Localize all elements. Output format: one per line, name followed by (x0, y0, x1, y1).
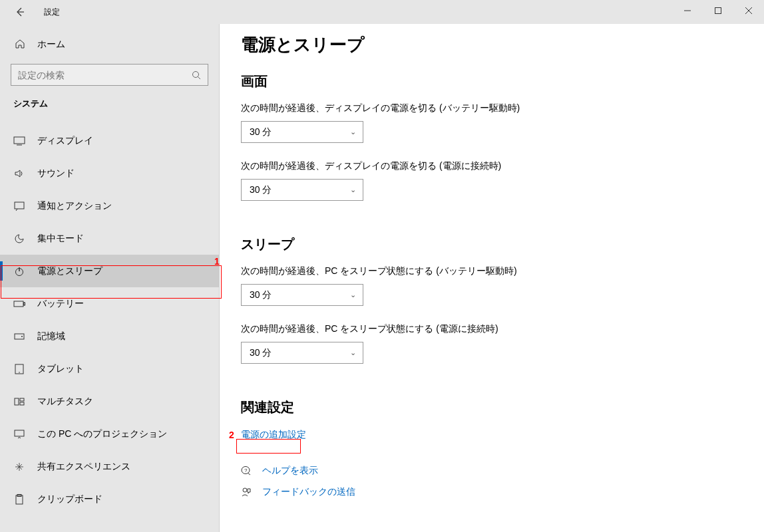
annotation-number-1: 1 (214, 256, 220, 267)
svg-rect-20 (15, 430, 24, 436)
svg-rect-17 (15, 398, 19, 405)
select-value: 30 分 (250, 184, 272, 196)
chevron-down-icon: ⌄ (350, 348, 356, 357)
sidebar-item-label: 集中モード (37, 233, 84, 245)
sleep-section-title: スリープ (241, 235, 764, 253)
sleep-battery-select[interactable]: 30 分 ⌄ (241, 284, 363, 306)
sidebar-item-clipboard[interactable]: クリップボード (0, 483, 219, 515)
window-title: 設定 (44, 7, 60, 18)
screen-plugged-select[interactable]: 30 分 ⌄ (241, 179, 363, 201)
sidebar-item-label: 記憶域 (37, 331, 65, 342)
battery-icon (13, 298, 25, 310)
minimize-button[interactable] (672, 0, 703, 21)
multitask-icon (13, 396, 25, 408)
svg-line-5 (198, 76, 201, 79)
chevron-down-icon: ⌄ (350, 186, 356, 194)
select-value: 30 分 (250, 126, 272, 138)
sidebar-item-sound[interactable]: サウンド (0, 157, 219, 190)
additional-power-link[interactable]: 電源の追加設定 (241, 429, 306, 441)
arrow-left-icon (15, 7, 25, 17)
chevron-down-icon: ⌄ (350, 128, 356, 136)
sidebar-item-focus[interactable]: 集中モード (0, 222, 219, 255)
sidebar-item-label: 共有エクスペリエンス (37, 461, 130, 473)
svg-point-14 (21, 336, 23, 337)
sidebar-item-label: 通知とアクション (37, 200, 112, 212)
svg-point-4 (193, 71, 199, 77)
sidebar-item-label: タブレット (37, 363, 84, 375)
maximize-button[interactable] (703, 0, 733, 21)
close-button[interactable] (733, 0, 764, 21)
content-area: 電源とスリープ 画面 次の時間が経過後、ディスプレイの電源を切る (バッテリー駆… (220, 0, 764, 532)
sidebar-item-power-sleep[interactable]: 電源とスリープ (0, 255, 219, 287)
screen-plugged-label: 次の時間が経過後、ディスプレイの電源を切る (電源に接続時) (241, 160, 764, 172)
category-label: システム (0, 98, 219, 110)
sidebar-item-notifications[interactable]: 通知とアクション (0, 190, 219, 222)
sidebar-item-label: サウンド (37, 168, 75, 180)
feedback-link[interactable]: フィードバックの送信 (262, 486, 355, 498)
minimize-icon (684, 7, 691, 14)
related-section-title: 関連設定 (241, 398, 764, 416)
home-link[interactable]: ホーム (0, 33, 219, 56)
sidebar-item-storage[interactable]: 記憶域 (0, 320, 219, 352)
sidebar-item-display[interactable]: ディスプレイ (0, 124, 219, 157)
sidebar-item-shared[interactable]: 共有エクスペリエンス (0, 450, 219, 483)
svg-point-25 (243, 488, 247, 492)
sidebar-item-label: この PC へのプロジェクション (37, 428, 167, 440)
svg-rect-8 (15, 202, 24, 209)
close-icon (745, 7, 752, 14)
screen-section-title: 画面 (241, 72, 764, 90)
screen-battery-select[interactable]: 30 分 ⌄ (241, 121, 363, 143)
projection-icon (13, 428, 25, 440)
sleep-battery-label: 次の時間が経過後、PC をスリープ状態にする (バッテリー駆動時) (241, 265, 764, 277)
svg-point-16 (19, 372, 20, 373)
sidebar-item-label: ディスプレイ (37, 135, 93, 147)
sidebar-item-battery[interactable]: バッテリー (0, 287, 219, 320)
sound-icon (13, 168, 25, 180)
sidebar-item-label: クリップボード (37, 493, 102, 505)
chevron-down-icon: ⌄ (350, 291, 356, 299)
svg-rect-6 (14, 137, 25, 144)
screen-battery-label: 次の時間が経過後、ディスプレイの電源を切る (バッテリー駆動時) (241, 102, 764, 114)
page-title: 電源とスリープ (241, 33, 764, 57)
select-value: 30 分 (250, 347, 272, 359)
svg-text:?: ? (244, 467, 248, 473)
share-icon (13, 461, 25, 473)
search-box[interactable] (11, 64, 208, 86)
clipboard-icon (13, 493, 25, 505)
help-link[interactable]: ヘルプを表示 (262, 465, 318, 477)
sleep-plugged-select[interactable]: 30 分 ⌄ (241, 342, 363, 364)
titlebar: 設定 (0, 0, 764, 24)
svg-rect-1 (715, 8, 721, 14)
annotation-number-2: 2 (229, 430, 234, 440)
help-icon: ? (241, 466, 253, 476)
search-input[interactable] (18, 70, 192, 80)
sidebar-item-tablet[interactable]: タブレット (0, 352, 219, 385)
power-icon (13, 265, 25, 277)
storage-icon (13, 331, 25, 342)
select-value: 30 分 (250, 289, 272, 301)
search-icon (192, 70, 201, 80)
focus-icon (13, 233, 25, 245)
svg-rect-18 (20, 398, 24, 401)
sidebar-item-label: バッテリー (37, 298, 84, 310)
sleep-plugged-label: 次の時間が経過後、PC をスリープ状態にする (電源に接続時) (241, 323, 764, 335)
sidebar-item-multitask[interactable]: マルチタスク (0, 385, 219, 418)
sidebar-item-label: 電源とスリープ (37, 265, 102, 277)
maximize-icon (715, 7, 721, 14)
svg-rect-19 (20, 402, 24, 405)
sidebar: ホーム システム ディスプレイ サウンド 通知とアクション 集中モード 電源とス… (0, 0, 220, 532)
notification-icon (13, 200, 25, 212)
display-icon (13, 135, 25, 147)
feedback-icon (241, 487, 253, 497)
svg-rect-11 (14, 301, 23, 307)
sidebar-item-projection[interactable]: この PC へのプロジェクション (0, 418, 219, 450)
tablet-icon (13, 363, 25, 375)
svg-rect-12 (24, 303, 25, 305)
home-label: ホーム (37, 39, 65, 51)
back-button[interactable] (12, 4, 28, 20)
home-icon (15, 39, 27, 51)
sidebar-item-label: マルチタスク (37, 396, 93, 408)
